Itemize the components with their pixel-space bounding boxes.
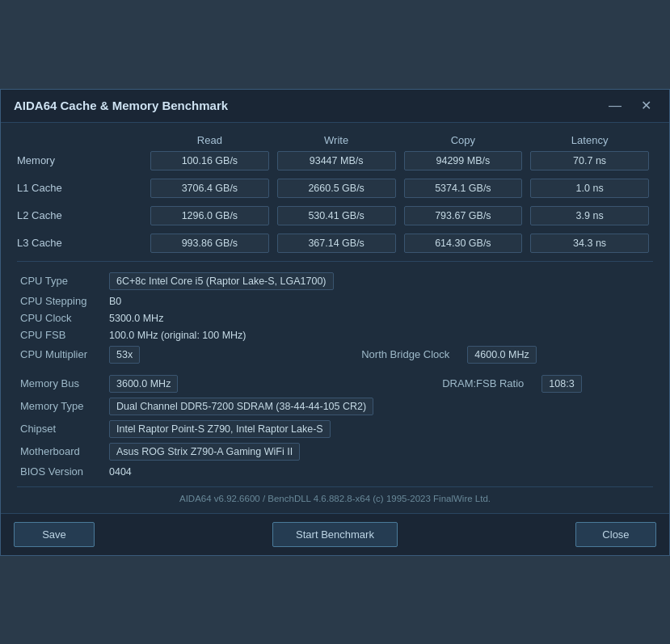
close-window-button[interactable]: ✕ <box>636 98 656 114</box>
benchmark-header: Read Write Copy Latency <box>17 134 653 146</box>
main-window: AIDA64 Cache & Memory Benchmark — ✕ Read… <box>0 89 670 556</box>
memory-copy: 94299 MB/s <box>404 151 523 170</box>
cpu-fsb-value: 100.0 MHz (original: 100 MHz) <box>109 330 247 341</box>
memory-type-label: Memory Type <box>17 395 106 418</box>
title-controls: — ✕ <box>604 98 656 114</box>
l3-latency: 34.3 ns <box>530 234 649 253</box>
window-title: AIDA64 Cache & Memory Benchmark <box>14 99 228 112</box>
col-header-latency: Latency <box>526 134 653 146</box>
l3-read: 993.86 GB/s <box>150 234 269 253</box>
title-bar: AIDA64 Cache & Memory Benchmark — ✕ <box>1 90 669 123</box>
spacer-1 <box>17 366 653 373</box>
l2-write: 530.41 GB/s <box>277 206 396 225</box>
l3-label: L3 Cache <box>17 237 146 249</box>
l1-write: 2660.5 GB/s <box>277 179 396 198</box>
l2-label: L2 Cache <box>17 209 146 221</box>
bench-row-l2: L2 Cache 1296.0 GB/s 530.41 GB/s 793.67 … <box>17 206 653 225</box>
chipset-label: Chipset <box>17 418 106 440</box>
bench-row-l3: L3 Cache 993.86 GB/s 367.14 GB/s 614.30 … <box>17 234 653 253</box>
l2-copy: 793.67 GB/s <box>404 206 523 225</box>
l1-read: 3706.4 GB/s <box>150 179 269 198</box>
memory-latency: 70.7 ns <box>530 151 649 170</box>
bench-row-l1: L1 Cache 3706.4 GB/s 2660.5 GB/s 5374.1 … <box>17 179 653 198</box>
col-header-copy: Copy <box>400 134 527 146</box>
memory-read: 100.16 GB/s <box>150 151 269 170</box>
l3-write: 367.14 GB/s <box>277 234 396 253</box>
minimize-button[interactable]: — <box>604 98 626 114</box>
motherboard-value: Asus ROG Strix Z790-A Gaming WiFi II <box>109 443 300 461</box>
info-row-cpu-clock: CPU Clock 5300.0 MHz <box>17 309 653 326</box>
l2-read: 1296.0 GB/s <box>150 206 269 225</box>
info-row-cpu-stepping: CPU Stepping B0 <box>17 293 653 309</box>
info-row-motherboard: Motherboard Asus ROG Strix Z790-A Gaming… <box>17 440 653 463</box>
north-bridge-label: North Bridge Clock <box>361 348 456 360</box>
bios-label: BIOS Version <box>17 463 106 480</box>
l2-latency: 3.9 ns <box>530 206 649 225</box>
bench-row-memory: Memory 100.16 GB/s 93447 MB/s 94299 MB/s… <box>17 151 653 170</box>
chipset-value: Intel Raptor Point-S Z790, Intel Raptor … <box>109 420 331 438</box>
section-divider-1 <box>17 261 653 262</box>
cpu-stepping-label: CPU Stepping <box>17 293 106 309</box>
footer-text: AIDA64 v6.92.6600 / BenchDLL 4.6.882.8-x… <box>17 486 653 507</box>
dram-fsb-label: DRAM:FSB Ratio <box>442 377 530 389</box>
cpu-multiplier-value: 53x <box>109 346 140 364</box>
memory-bus-value: 3600.0 MHz <box>109 375 178 393</box>
cpu-clock-value: 5300.0 MHz <box>109 313 163 324</box>
col-header-empty <box>17 134 146 146</box>
cpu-type-value: 6C+8c Intel Core i5 (Raptor Lake-S, LGA1… <box>109 272 334 290</box>
col-header-read: Read <box>146 134 273 146</box>
col-header-write: Write <box>273 134 400 146</box>
cpu-multiplier-label: CPU Multiplier <box>17 343 106 366</box>
info-row-cpu-fsb: CPU FSB 100.0 MHz (original: 100 MHz) <box>17 326 653 343</box>
bios-value: 0404 <box>109 466 132 478</box>
memory-bus-label: Memory Bus <box>17 373 106 395</box>
info-row-cpu-type: CPU Type 6C+8c Intel Core i5 (Raptor Lak… <box>17 270 653 293</box>
memory-write: 93447 MB/s <box>277 151 396 170</box>
motherboard-label: Motherboard <box>17 440 106 463</box>
main-content: Read Write Copy Latency Memory 100.16 GB… <box>1 123 669 513</box>
cpu-fsb-label: CPU FSB <box>17 326 106 343</box>
north-bridge-value: 4600.0 MHz <box>467 346 536 364</box>
close-button[interactable]: Close <box>575 522 656 547</box>
info-table: CPU Type 6C+8c Intel Core i5 (Raptor Lak… <box>17 270 653 366</box>
info-table-2: Memory Bus 3600.0 MHz DRAM:FSB Ratio 108… <box>17 373 653 480</box>
bottom-bar: Save Start Benchmark Close <box>1 513 669 555</box>
cpu-clock-label: CPU Clock <box>17 309 106 326</box>
save-button[interactable]: Save <box>14 522 95 547</box>
l1-copy: 5374.1 GB/s <box>404 179 523 198</box>
info-row-bios: BIOS Version 0404 <box>17 463 653 480</box>
l1-latency: 1.0 ns <box>530 179 649 198</box>
info-row-memory-type: Memory Type Dual Channel DDR5-7200 SDRAM… <box>17 395 653 418</box>
memory-type-value: Dual Channel DDR5-7200 SDRAM (38-44-44-1… <box>109 398 373 415</box>
cpu-stepping-value: B0 <box>109 296 121 307</box>
start-benchmark-button[interactable]: Start Benchmark <box>272 522 398 547</box>
memory-label: Memory <box>17 154 146 166</box>
info-row-cpu-multiplier: CPU Multiplier 53x North Bridge Clock 46… <box>17 343 653 366</box>
dram-fsb-value: 108:3 <box>541 375 581 393</box>
info-row-chipset: Chipset Intel Raptor Point-S Z790, Intel… <box>17 418 653 440</box>
l1-label: L1 Cache <box>17 182 146 194</box>
info-row-memory-bus: Memory Bus 3600.0 MHz DRAM:FSB Ratio 108… <box>17 373 653 395</box>
l3-copy: 614.30 GB/s <box>404 234 523 253</box>
cpu-type-label: CPU Type <box>17 270 106 293</box>
